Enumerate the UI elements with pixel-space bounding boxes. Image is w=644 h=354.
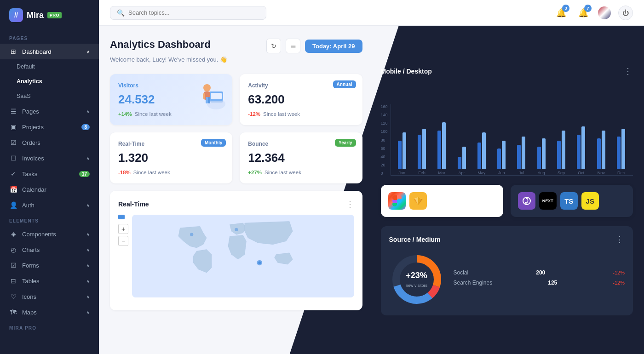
- sidebar-item-invoices[interactable]: ☐ Invoices ∨: [0, 150, 99, 166]
- search-bar[interactable]: 🔍: [110, 6, 266, 20]
- notifications-btn[interactable]: 🔔 3: [554, 6, 569, 20]
- power-button[interactable]: ⏻: [618, 6, 633, 20]
- sidebar-label-forms: Forms: [22, 262, 39, 269]
- sidebar-label-tables: Tables: [22, 278, 40, 285]
- bar-dark-jan: [398, 141, 402, 169]
- svg-rect-7: [208, 97, 210, 103]
- auth-icon: 👤: [9, 201, 17, 209]
- map-zoom-in[interactable]: +: [118, 224, 128, 234]
- sidebar-label-orders: Orders: [22, 139, 40, 146]
- month-label-sep: Sep: [558, 171, 565, 175]
- bar-dark-oct: [577, 135, 581, 169]
- bar-light-nov: [602, 131, 605, 169]
- realtime-value: 1.320: [118, 151, 224, 165]
- auth-chevron: ∨: [86, 203, 90, 208]
- sketch-logo: [409, 192, 427, 210]
- map-more-btn[interactable]: ⋮: [346, 199, 354, 209]
- forms-icon: ☑: [9, 262, 17, 269]
- bar-light-jul: [522, 137, 525, 169]
- bar-dark-mar: [437, 131, 441, 169]
- stat-card-activity: Annual Activity 63.200 -12% Since last w…: [240, 74, 362, 125]
- month-group-feb: Feb: [413, 104, 431, 175]
- alerts-btn[interactable]: 🔔 7: [576, 6, 591, 20]
- refresh-btn[interactable]: ↻: [266, 39, 281, 53]
- month-group-dec: Dec: [612, 104, 630, 175]
- sidebar-label-default: Default: [17, 63, 35, 70]
- sidebar-label-dashboard: Dashboard: [22, 48, 52, 55]
- sidebar-item-tasks[interactable]: ✓ Tasks 17: [0, 166, 99, 182]
- month-label-jun: Jun: [498, 171, 505, 175]
- sidebar-item-maps[interactable]: 🗺 Maps ∨: [0, 304, 99, 320]
- month-group-jan: Jan: [393, 104, 411, 175]
- chart-more-btn[interactable]: ⋮: [624, 66, 633, 76]
- source-more-btn[interactable]: ⋮: [615, 234, 625, 245]
- ts-logo: TS: [560, 192, 578, 210]
- sidebar-item-forms[interactable]: ☑ Forms ∨: [0, 257, 99, 273]
- realtime-badge: Monthly: [201, 139, 226, 147]
- date-btn[interactable]: Today: April 29: [305, 40, 362, 53]
- sidebar-label-saas: SaaS: [17, 93, 31, 99]
- sidebar-item-calendar[interactable]: 📅 Calendar: [0, 182, 99, 197]
- realtime-change: -18%: [118, 170, 131, 175]
- sidebar-label-pages: Pages: [22, 108, 39, 115]
- sidebar-label-calendar: Calendar: [22, 186, 46, 193]
- svg-point-21: [526, 197, 528, 199]
- sidebar-label-icons: Icons: [22, 293, 36, 300]
- sidebar-item-projects[interactable]: ▣ Projects 8: [0, 119, 99, 135]
- visitors-change-label: Since last week: [135, 111, 172, 117]
- donut-subtitle: new visitors: [406, 283, 427, 288]
- maps-icon: 🗺: [9, 308, 17, 316]
- sidebar-item-icons[interactable]: ♡ Icons ∨: [0, 289, 99, 304]
- month-group-nov: Nov: [592, 104, 610, 175]
- svg-point-22: [525, 202, 527, 204]
- sidebar-item-analytics[interactable]: Analytics: [0, 74, 99, 89]
- svg-point-4: [203, 84, 211, 91]
- sidebar-item-orders[interactable]: ☑ Orders: [0, 135, 99, 150]
- invoices-icon: ☐: [9, 154, 17, 162]
- sidebar-item-components[interactable]: ◈ Components ∨: [0, 226, 99, 242]
- sidebar-item-pages[interactable]: ☰ Pages ∨: [0, 103, 99, 119]
- sidebar-label-tasks: Tasks: [22, 171, 37, 177]
- activity-badge: Annual: [333, 80, 356, 88]
- components-chevron: ∨: [86, 232, 90, 237]
- sidebar-item-saas[interactable]: SaaS: [0, 89, 99, 103]
- bounce-change-label: Since last week: [264, 170, 301, 175]
- maps-chevron: ∨: [86, 310, 90, 315]
- chart-title: Mobile / Desktop: [381, 68, 432, 75]
- month-label-mar: Mar: [438, 171, 446, 175]
- social-value: 200: [536, 269, 545, 276]
- svg-rect-6: [203, 93, 205, 99]
- dashboard-icon: ⊞: [9, 48, 17, 55]
- tasks-badge: 17: [79, 171, 90, 177]
- filter-btn[interactable]: ⚌: [286, 39, 300, 53]
- language-flag[interactable]: [598, 6, 611, 19]
- stat-card-bounce: Yearly Bounce 12.364 +27% Since last wee…: [240, 132, 362, 183]
- bar-light-may: [482, 132, 486, 169]
- bar-light-dec: [621, 129, 625, 169]
- bar-light-aug: [542, 138, 546, 169]
- bar-dark-sep: [557, 141, 561, 169]
- bounce-badge: Yearly: [335, 139, 356, 147]
- sidebar-item-tables[interactable]: ⊟ Tables ∨: [0, 273, 99, 289]
- bar-light-jan: [402, 132, 406, 169]
- topbar: 🔍 🔔 3 🔔 7 ⏻: [99, 0, 644, 26]
- map-zoom-out[interactable]: −: [118, 236, 128, 246]
- app-name: Mira: [27, 11, 44, 20]
- sidebar: // Mira PRO PAGES ⊞ Dashboard ∧ Default …: [0, 0, 99, 354]
- sidebar-item-dashboard[interactable]: ⊞ Dashboard ∧: [0, 44, 99, 59]
- orders-icon: ☑: [9, 139, 17, 146]
- bar-chart: 160 140 120 100 80 60 40 20 0 JanFe: [381, 84, 633, 176]
- sidebar-item-charts[interactable]: ◴ Charts ∨: [0, 242, 99, 257]
- nextjs-logo: NEXT: [539, 192, 557, 210]
- main-content: 🔍 🔔 3 🔔 7 ⏻: [99, 0, 644, 354]
- left-column: Analytics Dashboard ↻ ⚌ Today: April 29 …: [99, 26, 372, 354]
- sidebar-item-auth[interactable]: 👤 Auth ∨: [0, 197, 99, 213]
- month-label-jul: Jul: [519, 171, 524, 175]
- month-group-aug: Aug: [532, 104, 551, 175]
- sidebar-item-default[interactable]: Default: [0, 59, 99, 74]
- search-icon: 🔍: [117, 9, 125, 17]
- search-input[interactable]: [128, 9, 259, 16]
- tables-icon: ⊟: [9, 277, 17, 285]
- bars-container: JanFebMarAprMayJunJulAugSepOctNovDec: [391, 104, 633, 176]
- month-group-oct: Oct: [572, 104, 590, 175]
